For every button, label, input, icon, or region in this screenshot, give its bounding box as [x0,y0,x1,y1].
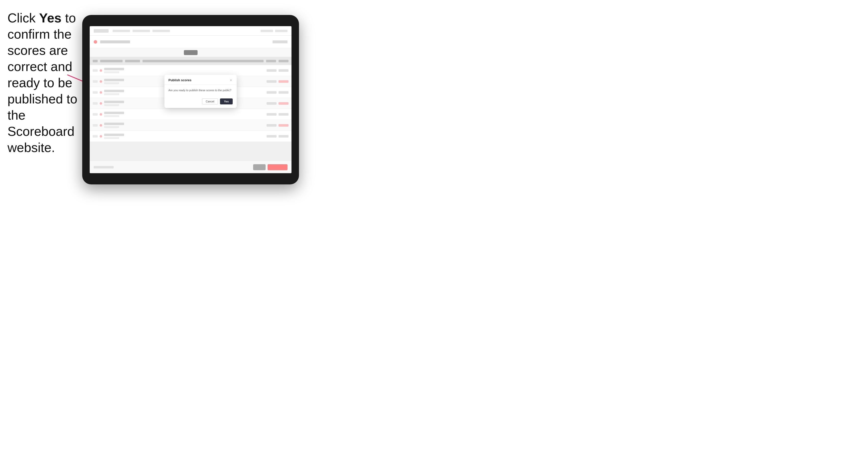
table-row [90,120,291,131]
nav-links [113,30,170,32]
row-name [104,112,124,114]
footer-text [94,166,114,168]
row-name-sub [104,82,119,84]
instruction-text: Click Yes to confirm the scores are corr… [7,10,80,156]
row-icon [100,91,102,94]
row-icon [100,102,102,105]
page-header [90,36,291,48]
row-name-sub [104,93,119,95]
row-icon [100,113,102,116]
row-icon [100,69,102,72]
nav-logo [94,29,108,33]
footer-save-btn [253,164,266,170]
row-name-wrap [104,79,124,84]
instruction-suffix: to confirm the scores are correct and re… [7,11,77,155]
modal-message: Are you ready to publish these scores to… [168,88,233,92]
row-score-red [279,102,288,105]
modal-close-button[interactable]: × [229,79,233,82]
row-name-sub [104,137,119,139]
row-score [267,69,277,72]
row-name-sub [104,115,119,117]
table-header [90,57,291,65]
th-club [125,60,140,62]
row-num [93,91,98,94]
row-score-2 [279,91,288,94]
row-icon [100,124,102,127]
row-num [93,80,98,83]
cancel-button[interactable]: Cancel [202,98,218,104]
yes-button[interactable]: Yes [220,98,233,104]
table-row [90,131,291,142]
row-num [93,113,98,116]
instruction-bold: Yes [39,11,62,25]
instruction-prefix: Click [7,11,39,25]
row-name-sub [104,126,119,128]
table-footer [90,161,291,173]
footer-publish-btn [268,164,287,170]
nav-link-1 [113,30,130,32]
modal-header: Publish scores × [164,75,237,85]
nav-bar [90,26,291,36]
footer-right [253,164,287,170]
row-name [104,90,124,92]
header-title-bar [100,40,130,43]
th-spacer [143,60,264,62]
row-name-wrap [104,123,124,128]
tablet-device: Publish scores × Are you ready to publis… [82,15,299,184]
publish-area [90,48,291,57]
th-name [100,60,123,62]
row-name [104,79,124,81]
row-score-red [279,80,288,83]
row-name-wrap [104,112,124,117]
row-name [104,133,124,136]
row-name-wrap [104,90,124,95]
nav-link-3 [153,30,170,32]
th-score [266,60,276,62]
th-num [93,60,98,62]
row-name [104,123,124,125]
row-score-red [279,124,288,127]
row-num [93,102,98,105]
tablet-screen: Publish scores × Are you ready to publis… [90,26,291,173]
row-num [93,69,98,72]
nav-right [260,30,287,32]
nav-btn-1 [260,30,273,32]
row-icon [100,135,102,137]
table-row [90,65,291,76]
row-score [267,80,277,83]
row-score [267,102,277,105]
th-total [279,60,288,62]
row-name-wrap [104,101,124,106]
row-score [267,135,277,137]
row-icon [100,80,102,83]
modal-body: Are you ready to publish these scores to… [164,85,237,96]
nav-link-2 [132,30,150,32]
row-score [267,124,277,127]
row-name-sub [104,71,119,73]
row-score-2 [279,135,288,137]
table-row [90,109,291,120]
row-score-2 [279,69,288,72]
row-score-2 [279,113,288,116]
modal-footer: Cancel Yes [164,96,237,108]
modal-title: Publish scores [168,78,191,82]
header-right [273,40,287,43]
row-name-wrap [104,68,124,73]
row-num [93,135,98,137]
row-name [104,101,124,103]
row-score [267,113,277,116]
publish-scores-modal: Publish scores × Are you ready to publis… [164,75,237,108]
publish-btn-mock [184,50,197,55]
row-name-sub [104,104,119,106]
row-num [93,124,98,127]
row-score [267,91,277,94]
header-icon [94,40,97,43]
nav-btn-2 [275,30,287,32]
row-name-wrap [104,133,124,139]
row-name [104,68,124,70]
